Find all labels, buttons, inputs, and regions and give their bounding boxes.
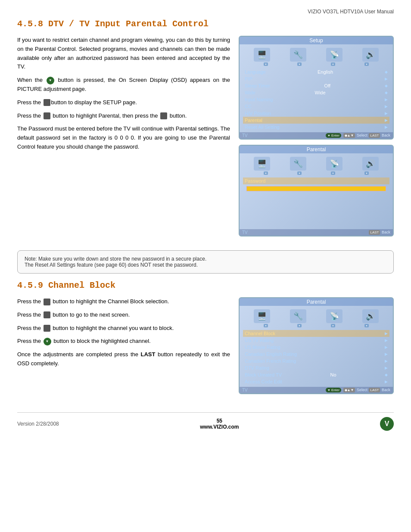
para-5: The Password must be entered before the … <box>17 124 230 151</box>
cb-controls: Enter ◆▲▼ Select LAST Back <box>325 388 390 392</box>
para-2: When the button is pressed, the On Scree… <box>17 76 230 94</box>
cb-row-can-fr: Canadian French Rating ▶ <box>243 358 389 364</box>
note-text: Note: Make sure you write down and store… <box>25 256 206 268</box>
cbdot-2 <box>297 324 302 327</box>
wide-arrow: ◆ <box>385 90 388 95</box>
parental-spacer <box>243 193 389 227</box>
last-badge-2: LAST <box>369 230 380 235</box>
language-label: Language <box>245 69 266 75</box>
sleep-label: Sleep Timer <box>245 83 270 88</box>
section2-title: 4.5.9 Channel Block <box>17 280 394 290</box>
cb-screen-title: Parental <box>240 298 393 306</box>
pip-arrow: ▶ <box>385 77 388 81</box>
parental-dots-row <box>240 171 393 177</box>
hv-label: H/V Position <box>245 111 271 116</box>
cb-block-unrated-value: No <box>330 372 336 377</box>
pdot-3 <box>331 171 335 175</box>
cbdot-1 <box>264 324 268 327</box>
parental-controls: LAST Back <box>368 230 390 235</box>
section1-screens: Setup 🖥️ 🔧 📡 🔊 Language English ◆ <box>239 36 394 242</box>
header: VIZIO VO37L HDTV10A User Manual <box>17 9 394 15</box>
cb-us-movie-label: US Movie Rating <box>245 345 280 350</box>
cb-icon-4: 🔊 <box>362 309 379 323</box>
input-naming-label: Input Naming <box>245 97 273 102</box>
hv-arrow: ▶ <box>385 111 388 115</box>
cb-channel-block-arrow: ▶ <box>385 331 388 336</box>
section1-container: If you want to restrict certain channel … <box>17 36 394 242</box>
cb-last-badge: LAST <box>369 388 380 392</box>
cbdot-4 <box>364 324 369 327</box>
cb-channel-block-label: Channel Block <box>245 331 275 336</box>
cb-us-tv-arrow: ▶ <box>385 338 388 342</box>
setup-row-pip: PIP ▶ <box>243 75 389 82</box>
page-footer: Version 2/28/2008 55 www.VIZIO.com V <box>17 412 394 431</box>
section1-text: If you want to restrict certain channel … <box>17 36 230 242</box>
cb-dots-row <box>240 324 393 330</box>
cb-can-fr-label: Canadian French Rating <box>245 358 296 364</box>
cb-icon-2: 🔧 <box>290 309 306 323</box>
pdot-2 <box>297 171 302 175</box>
setup-icon-3: 📡 <box>326 48 342 62</box>
btn-icon-1 <box>44 99 50 106</box>
cb-icons-row: 🖥️ 🔧 📡 🔊 <box>240 306 393 324</box>
cb-can-eng-label: Canadian English Rating <box>245 352 297 357</box>
setup-bottom-tv: TV <box>242 133 248 138</box>
cb-icon-3: 📡 <box>326 309 342 323</box>
cb-row-us-movie: US Movie Rating ▶ <box>243 344 389 351</box>
setup-icons-row: 🖥️ 🔧 📡 🔊 <box>240 44 393 62</box>
s2-para-1: Press the button to highlight the Channe… <box>17 297 230 306</box>
note-box: Note: Make sure you write down and store… <box>17 250 394 274</box>
cb-row-access-code: Access Code Edit ▶ <box>243 378 389 385</box>
select-badge: ◆▲▼ <box>343 133 355 138</box>
setup-row-input-naming: Input Naming ▶ <box>243 96 389 103</box>
last-badge: LAST <box>369 133 380 138</box>
setup-controls: Enter ◆▲▼ Select LAST Back <box>325 133 390 138</box>
pip-label: PIP <box>245 76 252 81</box>
cb-can-fr-arrow: ▶ <box>385 359 388 363</box>
cb-dtv-label: DTV Rating <box>245 365 269 370</box>
password-field <box>246 186 386 191</box>
cb-dtv-arrow: ▶ <box>385 366 388 370</box>
channel-block-screen-col: Parental 🖥️ 🔧 📡 🔊 Channel Block ▶ US <box>239 297 394 399</box>
parental-row-password: Password <box>243 177 389 184</box>
setup-screen-title: Setup <box>240 37 393 44</box>
reset-arrow: ▶ <box>385 125 388 129</box>
cc-label: CC <box>245 104 252 109</box>
cb-block-unrated-label: Block Unrated TV <box>245 372 282 377</box>
parental-icons-row: 🖥️ 🔧 📡 🔊 <box>240 153 393 171</box>
cb-us-tv-label: US TV Rating <box>245 338 274 343</box>
pdot-1 <box>264 171 268 175</box>
setup-row-parental: Parental ▶ <box>243 117 389 124</box>
cb-can-eng-arrow: ▶ <box>385 352 388 356</box>
parental-bottom-bar: TV LAST Back <box>240 229 393 236</box>
parental-screen: Parental 🖥️ 🔧 📡 🔊 Password <box>239 145 394 236</box>
dot-2 <box>297 62 302 66</box>
wide-value: Wide <box>315 90 326 95</box>
cb-row-us-tv: US TV Rating ▶ <box>243 337 389 344</box>
cb-bottom-bar: TV Enter ◆▲▼ Select LAST Back <box>240 387 393 393</box>
cbdot-3 <box>331 324 335 327</box>
pdot-4 <box>364 171 369 175</box>
parental-screen-title: Parental <box>240 146 393 153</box>
s2-v-icon <box>44 338 51 345</box>
cb-access-code-label: Access Code Edit <box>245 379 282 384</box>
dot-3 <box>331 62 335 66</box>
btn-icon-3 <box>160 112 167 119</box>
s2-para-5: Once the adjustments are completed press… <box>17 350 230 368</box>
dot-4 <box>364 62 369 66</box>
parental-icon-2: 🔧 <box>290 157 306 171</box>
parental-icon-4: 🔊 <box>362 157 379 171</box>
input-naming-arrow: ▶ <box>385 97 388 102</box>
setup-bottom-bar: TV Enter ◆▲▼ Select LAST Back <box>240 132 393 139</box>
s2-btn-icon-1 <box>44 299 50 305</box>
language-value: English <box>318 69 333 75</box>
setup-icon-4: 🔊 <box>362 48 379 62</box>
cb-access-code-arrow: ▶ <box>385 380 388 384</box>
s2-para-3: Press the button to highlight the channe… <box>17 324 230 333</box>
reset-label: Reset All Setting <box>245 124 280 130</box>
setup-row-reset: Reset All Setting ▶ <box>243 124 389 131</box>
footer-center: 55 www.VIZIO.com <box>200 418 239 430</box>
section2-container: Press the button to highlight the Channe… <box>17 297 394 399</box>
wide-label: Wide <box>245 90 255 95</box>
footer-page: 55 <box>200 418 239 424</box>
